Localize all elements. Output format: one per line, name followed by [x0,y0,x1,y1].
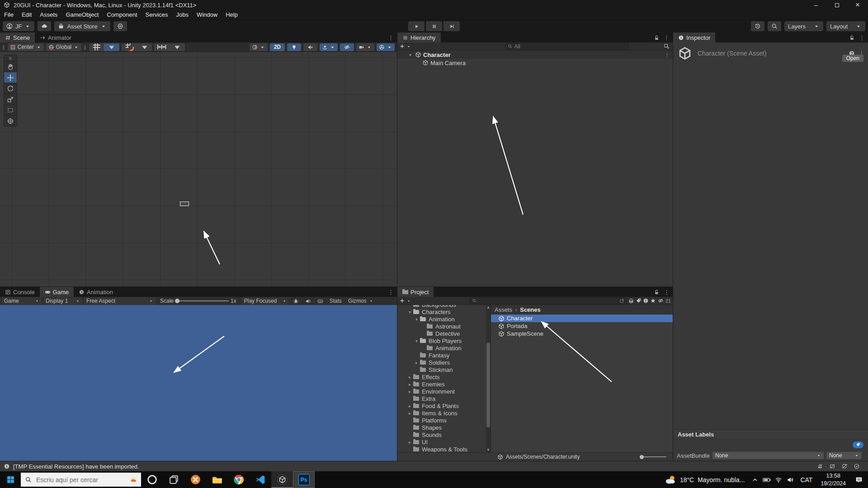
display-target-dropdown[interactable]: Game [2,297,42,305]
project-tree-item[interactable]: Platforms [397,417,486,424]
project-tree-item[interactable]: ▸Environment [397,388,486,395]
game-viewport[interactable] [0,305,397,461]
minimize-button[interactable]: – [806,0,826,10]
snap-increment-control[interactable] [154,43,184,51]
project-tree-item[interactable]: ▾Blob Players [397,337,486,344]
packages-visibility-icon[interactable] [628,298,634,304]
project-tree-item[interactable]: ▸Food & Plants [397,402,486,409]
tab-animation[interactable]: Animation [74,287,118,297]
palette-drag-handle[interactable] [4,55,17,61]
tool-handle-rotation-dropdown[interactable]: Global [46,43,82,51]
project-file-character[interactable]: Character [491,314,673,322]
view-hand-tool[interactable] [4,61,17,72]
scene-picker-icon[interactable] [664,43,670,49]
project-tree-item[interactable]: Weapons & Tools [397,446,486,452]
taskbar-app-unity[interactable] [271,471,293,488]
project-tree-item[interactable]: ▾Characters [397,308,486,315]
taskbar-app-chrome[interactable] [228,471,250,488]
hierarchy-search-input[interactable] [514,43,626,50]
project-tree-item[interactable]: Animation [397,344,486,352]
favorites-icon[interactable] [650,298,656,304]
open-scene-button[interactable]: Open [842,55,863,62]
debug-button[interactable] [291,297,301,305]
2d-mode-toggle[interactable]: 2D [270,43,285,51]
pause-button[interactable] [426,21,442,31]
hierarchy-search-field[interactable] [505,43,628,50]
project-tree-item[interactable]: ▸UI [397,438,486,446]
kebab-menu-icon[interactable]: ⋮ [664,52,670,58]
menu-item-jobs[interactable]: Jobs [172,10,192,20]
play-button[interactable] [408,21,425,31]
menu-item-services[interactable]: Services [142,10,172,20]
scrollbar-thumb[interactable] [486,343,490,427]
language-indicator[interactable]: CAT [796,476,816,483]
project-tree-item[interactable]: Stickman [397,366,486,373]
toolbar-drag-handle[interactable]: ‖ [2,44,5,50]
tab-scene[interactable]: Scene [0,33,35,42]
foldout-closed-icon[interactable]: ▸ [407,375,413,380]
breadcrumb-scenes[interactable]: Scenes [520,306,541,313]
action-center-button[interactable] [850,471,868,488]
taskbar-search-input[interactable] [35,476,127,484]
tray-volume[interactable] [784,471,796,488]
scale-tool[interactable] [4,94,17,104]
thumbnail-size-slider[interactable] [640,456,666,457]
grid-snapping-control[interactable] [122,43,152,51]
foldout-closed-icon[interactable]: ▸ [407,404,413,408]
project-tree-item[interactable]: Sounds [397,431,486,438]
project-tree-item[interactable]: Detective [397,330,486,337]
scroll-up-icon[interactable]: ▲ [486,305,491,309]
account-dropdown[interactable]: JF [3,21,34,31]
hierarchy-item[interactable]: Main Camera [397,59,673,67]
layers-dropdown[interactable]: Layers [784,21,823,31]
auto-refresh-off-icon[interactable] [841,463,848,469]
foldout-closed-icon[interactable]: ▸ [407,440,413,445]
effects-dropdown[interactable] [320,43,338,51]
display-dropdown[interactable]: Display 1 [43,297,82,305]
foldout-open-icon[interactable]: ▾ [414,338,420,343]
hidden-objects-toggle[interactable] [340,43,354,51]
menu-item-window[interactable]: Window [193,10,222,20]
assetbundle-variant-dropdown[interactable]: None [826,452,862,459]
menu-item-file[interactable]: File [0,10,18,20]
move-tool[interactable] [4,72,17,83]
menu-item-assets[interactable]: Assets [36,10,61,20]
taskbar-app-opera[interactable] [141,471,163,488]
search-by-label-icon[interactable] [636,298,642,304]
taskbar-weather[interactable]: 18°C Mayorm. nubla... [660,474,750,486]
project-tree-item[interactable]: ▸Effects [397,373,486,380]
asset-store-dropdown[interactable]: Asset Store [54,21,110,31]
tray-battery[interactable] [761,471,773,488]
project-tree-item[interactable]: Fantasy [397,352,486,359]
cloud-services-button[interactable] [38,21,51,31]
search-by-type-icon[interactable] [643,298,649,304]
layout-dropdown[interactable]: Layout [826,21,865,31]
gizmos-dropdown[interactable]: Gizmos [346,297,376,305]
tray-chevron-up[interactable] [749,471,761,488]
notifications-muted-icon[interactable] [817,463,823,469]
project-tree-item[interactable]: ▸Soldiers [397,359,486,366]
project-tree-item[interactable]: Extra [397,395,486,402]
tab-inspector[interactable]: Inspector [673,33,715,42]
stats-toggle[interactable]: Stats [327,297,344,305]
kebab-menu-icon[interactable]: ⋮ [859,34,865,41]
kebab-menu-icon[interactable]: ⋮ [664,289,670,296]
assetbundle-dropdown[interactable]: None [712,452,824,459]
global-search-button[interactable] [768,21,781,31]
chevron-down-icon[interactable] [406,299,411,303]
project-tree-item[interactable]: ▸Items & Icons [397,409,486,417]
tab-hierarchy[interactable]: Hierarchy [397,33,441,42]
foldout-open-icon[interactable]: ▾ [407,310,413,314]
menu-item-help[interactable]: Help [222,10,242,20]
project-tree-item[interactable]: ▾Animation [397,315,486,323]
menu-item-edit[interactable]: Edit [18,10,36,20]
taskbar-app-file-explorer[interactable] [206,471,228,488]
add-label-button[interactable] [853,441,863,448]
scene-visibility-gizmo-dropdown[interactable] [377,43,395,51]
maximize-button[interactable] [826,0,847,10]
hierarchy-item[interactable]: ▾Character⋮ [397,51,673,59]
tray-wifi[interactable] [773,471,784,488]
start-button[interactable] [0,471,21,488]
foldout-closed-icon[interactable]: ▸ [407,382,413,387]
foldout-closed-icon[interactable]: ▸ [414,360,420,365]
